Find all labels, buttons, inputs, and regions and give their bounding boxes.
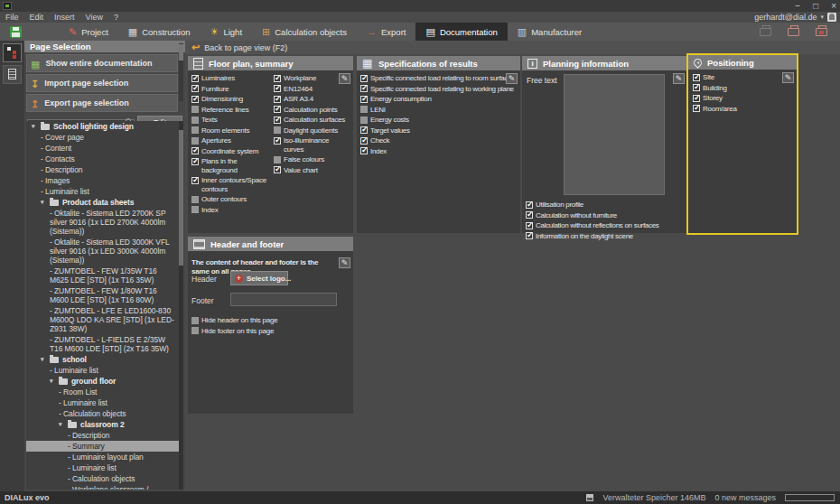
- edit-panel-button[interactable]: [506, 73, 518, 84]
- checkbox-item[interactable]: Site: [693, 73, 765, 82]
- show-entire-documentation-button[interactable]: Show entire documentation: [26, 54, 178, 72]
- checkbox[interactable]: [526, 201, 533, 209]
- tree-item[interactable]: ZUMTOBEL - L-FIELDS E 2/35W T16 M600 LDE…: [26, 334, 183, 354]
- checkbox-item[interactable]: Index: [191, 206, 272, 215]
- checkbox-item[interactable]: Information on the daylight scene: [526, 232, 684, 241]
- checkbox[interactable]: [191, 137, 199, 145]
- checkbox-item[interactable]: Room elements: [191, 126, 272, 135]
- expander-icon[interactable]: ▾: [41, 198, 48, 207]
- maximize-button[interactable]: □: [813, 0, 818, 12]
- checkbox[interactable]: [526, 232, 533, 239]
- checkbox[interactable]: [274, 137, 281, 145]
- export-page-selection-button[interactable]: Export page selection: [26, 94, 178, 112]
- checkbox[interactable]: [274, 126, 281, 134]
- tree-item[interactable]: Description: [26, 430, 183, 441]
- checkbox[interactable]: [693, 105, 700, 112]
- checkbox-item[interactable]: Specific connected load relating to room…: [360, 74, 504, 83]
- footer-input[interactable]: [230, 293, 337, 306]
- checkbox[interactable]: [191, 206, 199, 213]
- documentation-tree-button[interactable]: [3, 43, 22, 62]
- tree-folder[interactable]: ▾School lighting design: [26, 121, 183, 132]
- tree-item[interactable]: Luminaire list: [26, 397, 183, 408]
- menu-?[interactable]: ?: [114, 13, 118, 22]
- checkbox[interactable]: [191, 196, 199, 203]
- checkbox-item[interactable]: Value chart: [274, 166, 350, 175]
- checkbox-item[interactable]: Utilisation profile: [526, 201, 684, 210]
- tree-item[interactable]: Description: [26, 164, 183, 175]
- checkbox[interactable]: [274, 166, 281, 173]
- menu-insert[interactable]: Insert: [54, 13, 75, 22]
- checkbox[interactable]: [360, 147, 368, 154]
- checkbox[interactable]: [360, 85, 368, 92]
- tree-item[interactable]: Luminaire layout plan: [26, 452, 183, 462]
- checkbox-item[interactable]: Energy costs: [360, 116, 504, 125]
- close-button[interactable]: ×: [831, 0, 836, 12]
- import-page-selection-button[interactable]: Import page selection: [26, 74, 178, 92]
- checkbox[interactable]: [191, 177, 199, 184]
- tree-item[interactable]: ZUMTOBEL - FEW 1/35W T16 M625 LDE [STD] …: [26, 266, 183, 285]
- checkbox[interactable]: [360, 117, 368, 124]
- expander-icon[interactable]: ▾: [32, 122, 39, 131]
- checkbox-item[interactable]: Calculation points: [274, 106, 350, 115]
- menu-file[interactable]: File: [5, 13, 19, 22]
- checkbox[interactable]: [274, 106, 281, 113]
- checkbox-item[interactable]: Calculation without reflections on surfa…: [526, 221, 684, 230]
- tree-item[interactable]: Oktalite - Sistema LED 3000K VFL silver …: [26, 237, 183, 266]
- tree-item[interactable]: ZUMTOBEL - LFE E LED1600-830 M600Q LDO K…: [26, 305, 183, 334]
- checkbox[interactable]: [191, 126, 199, 134]
- checkbox[interactable]: [360, 137, 368, 145]
- tree-folder[interactable]: ▾Product data sheets: [26, 197, 183, 208]
- checkbox[interactable]: [191, 85, 199, 92]
- checkbox-item[interactable]: Check: [360, 136, 504, 145]
- checkbox[interactable]: [274, 156, 281, 163]
- tree-item[interactable]: Oktalite - Sistema LED 2700K SP silver 9…: [26, 208, 183, 237]
- checkbox[interactable]: [274, 96, 281, 103]
- checkbox[interactable]: [191, 117, 199, 124]
- tab-construction[interactable]: Construction: [118, 23, 201, 41]
- checkbox-item[interactable]: Luminaires: [191, 74, 272, 83]
- checkbox[interactable]: [526, 211, 533, 219]
- checkbox[interactable]: [191, 96, 199, 103]
- tree-folder[interactable]: ▾classroom 2: [26, 419, 183, 430]
- page-list-button[interactable]: [3, 65, 22, 84]
- print-documentation-icon[interactable]: [788, 28, 799, 36]
- checkbox-item[interactable]: Furniture: [191, 85, 272, 94]
- checkbox[interactable]: [191, 106, 199, 113]
- expander-icon[interactable]: ▾: [50, 377, 57, 386]
- tree-item[interactable]: Contacts: [26, 154, 183, 164]
- checkbox-item[interactable]: ASR A3.4: [274, 95, 350, 104]
- checkbox-item[interactable]: Energy consumption: [360, 95, 504, 104]
- checkbox[interactable]: [360, 126, 368, 134]
- save-button[interactable]: [3, 23, 28, 41]
- checkbox[interactable]: [274, 85, 281, 92]
- checkbox-item[interactable]: Building: [693, 84, 765, 93]
- checkbox-item[interactable]: Room/area: [693, 105, 765, 114]
- checkbox-item[interactable]: Coordinate system: [191, 147, 272, 156]
- expander-icon[interactable]: ▾: [41, 355, 48, 364]
- tree-item[interactable]: Content: [26, 143, 183, 154]
- edit-panel-button[interactable]: [339, 257, 350, 268]
- tree-scrollbar[interactable]: [179, 121, 183, 490]
- tree-item[interactable]: Calculation objects: [26, 473, 183, 484]
- tree-item[interactable]: Summary: [26, 441, 183, 452]
- checkbox[interactable]: [693, 74, 700, 81]
- checkbox-item[interactable]: Dimensioning: [191, 95, 272, 104]
- tree-item[interactable]: Cover page: [26, 132, 183, 143]
- checkbox[interactable]: [360, 96, 368, 103]
- edit-panel-button[interactable]: [339, 73, 350, 84]
- export-pdf-icon[interactable]: [816, 28, 827, 36]
- select-logo-button[interactable]: + Select logo...: [230, 271, 288, 285]
- checkbox-item[interactable]: Reference lines: [191, 106, 272, 115]
- checkbox[interactable]: [526, 222, 533, 229]
- tab-project[interactable]: Project: [59, 23, 118, 41]
- expander-icon[interactable]: ▾: [59, 420, 66, 429]
- checkbox-item[interactable]: Plans in the background: [191, 157, 272, 174]
- checkbox[interactable]: [693, 84, 700, 91]
- tree-item[interactable]: Calculation objects: [26, 408, 183, 419]
- checkbox-item[interactable]: Calculation without furniture: [526, 211, 684, 220]
- minimize-button[interactable]: −: [795, 0, 800, 12]
- tab-calculation-objects[interactable]: Calculation objects: [252, 23, 357, 41]
- checkbox[interactable]: [274, 75, 281, 82]
- sidebar-buttons-scrollbar[interactable]: [179, 43, 183, 101]
- tree-item[interactable]: ZUMTOBEL - FEW 1/80W T16 M600 LDE [STD] …: [26, 285, 183, 305]
